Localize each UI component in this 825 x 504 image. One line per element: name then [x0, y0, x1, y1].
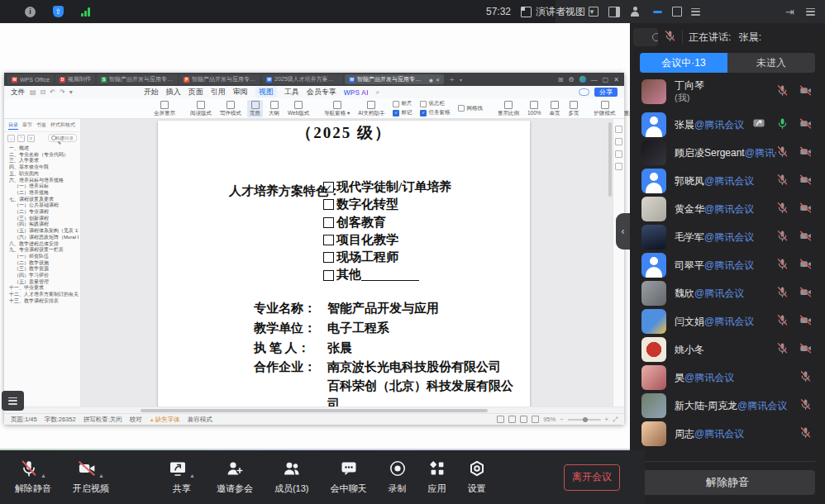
- file-type-icon: W: [12, 77, 17, 83]
- doc-feature-line: 现场工程师: [323, 249, 451, 266]
- mic-muted-icon: [776, 286, 789, 302]
- maximize-panel-icon[interactable]: [672, 0, 682, 23]
- participant-row[interactable]: 昊@腾讯会议: [630, 364, 825, 392]
- unmute-button[interactable]: ▲解除静音: [15, 459, 51, 495]
- participant-row[interactable]: 郭晓凤@腾讯会议: [630, 167, 825, 195]
- outline-item: （三）创新课程: [9, 216, 79, 222]
- settings-button[interactable]: 设置: [468, 459, 486, 495]
- mic-muted-icon: [776, 84, 789, 100]
- system-menu-icon[interactable]: [806, 0, 815, 23]
- nav-tab-目录: 目录: [8, 121, 18, 130]
- apps-button[interactable]: 应用: [428, 459, 446, 495]
- camera-muted-icon: [799, 342, 812, 358]
- panel-menu-icon[interactable]: [691, 0, 700, 23]
- participant-row[interactable]: 顾启凌Sergeant@腾讯会议: [630, 139, 825, 167]
- ribbon-btn-全屏显示: 全屏显示: [151, 100, 178, 117]
- participant-row[interactable]: 毛学军@腾讯会议: [630, 223, 825, 251]
- tab-not-joined[interactable]: 未进入: [727, 53, 815, 73]
- list-icon: ≡: [27, 135, 35, 142]
- participant-list: 丁向琴(我) 张晨@腾讯会议 顾启凌Sergeant@腾讯会议 郭晓凤@腾讯会议…: [630, 73, 825, 449]
- participant-row[interactable]: 新大陆-周克龙@腾讯会议: [630, 392, 825, 420]
- close-tab-icon: ✕: [436, 77, 440, 83]
- network-signal-icon: [81, 0, 90, 23]
- outline-item: 三、入学要求: [9, 158, 79, 164]
- share-button[interactable]: ▲共享: [169, 459, 195, 495]
- participant-name: 司翠平@腾讯会议: [675, 259, 776, 272]
- outline-item: 一、概述: [9, 145, 79, 152]
- document-page: （2025 级） 人才培养方案特色： 现代学徒制/订单培养数字化转型创客教育项目…: [158, 121, 530, 410]
- search-icon: ⌕: [376, 88, 379, 97]
- expand-icon: ⌃: [17, 135, 25, 142]
- participant-row[interactable]: 闫文娟@腾讯会议: [630, 307, 825, 335]
- chat-button[interactable]: 会中聊天: [331, 459, 367, 495]
- participant-row[interactable]: 司翠平@腾讯会议: [630, 251, 825, 279]
- chevron-up-icon[interactable]: ▲: [189, 473, 195, 479]
- find-icon: [615, 150, 622, 158]
- members-topbar-icon[interactable]: [630, 0, 640, 23]
- participant-row[interactable]: 丁向琴(我): [630, 73, 825, 111]
- ribbon-check-标尺: 标尺: [393, 100, 412, 107]
- invite-button[interactable]: 邀请参会: [217, 459, 253, 495]
- drag-handle-icon: [8, 397, 17, 405]
- panel-collapse-handle[interactable]: ‹: [616, 213, 630, 250]
- record-button[interactable]: 录制: [389, 459, 407, 495]
- mic-muted-icon: [776, 258, 789, 273]
- wps-menu-页面: 页面: [188, 87, 203, 97]
- outline-item: （二）专业课程: [9, 209, 79, 216]
- search-input[interactable]: [633, 28, 658, 46]
- camera-muted-icon: [799, 202, 812, 217]
- mic-muted-icon: [776, 174, 789, 189]
- panel-unmute-button[interactable]: 解除静音: [640, 470, 815, 495]
- ribbon-btn-阅读版式: 阅读版式: [188, 100, 214, 117]
- minimize-panel-icon[interactable]: [653, 0, 662, 23]
- chevron-up-icon[interactable]: ▲: [98, 473, 104, 479]
- document-vscrollbar: [608, 122, 612, 197]
- participant-row[interactable]: 姚小冬: [630, 335, 825, 364]
- side-panel-toggle-icon[interactable]: [608, 0, 620, 23]
- chat-icon: [340, 459, 358, 479]
- participant-row[interactable]: 魏欣@腾讯会议: [630, 279, 825, 307]
- outline-item: 十三、教学课程安排表: [9, 298, 79, 305]
- exit-fullscreen-icon[interactable]: ⇥: [785, 0, 794, 23]
- outline-item: 八、教学进程总体安排: [9, 241, 79, 248]
- new-tab-icon: ＋: [448, 74, 455, 85]
- fullscreen-icon[interactable]: [589, 0, 598, 23]
- mic-muted-icon: [776, 145, 789, 161]
- participant-row[interactable]: 黄金华@腾讯会议: [630, 195, 825, 223]
- outline-item: （二）培养规格: [9, 190, 79, 197]
- doc-checkbox: [323, 252, 334, 263]
- doc-checkbox: [323, 270, 334, 281]
- meeting-floating-handle[interactable]: [2, 391, 24, 411]
- video-button[interactable]: ▲开启视频: [73, 459, 109, 495]
- wps-menu-会员专享: 会员专享: [307, 87, 336, 97]
- webmode-icon: [520, 416, 527, 423]
- camera-muted-icon: [799, 174, 812, 189]
- doc-checkbox: [323, 235, 334, 245]
- ribbon-btn-100%: 100%: [525, 100, 544, 117]
- info-icon[interactable]: i: [25, 0, 36, 23]
- avatar: [641, 169, 666, 193]
- view-mode-selector[interactable]: 演讲者视图▼: [521, 0, 595, 23]
- camera-muted-icon: [799, 145, 812, 161]
- participant-name: 黄金华@腾讯会议: [675, 203, 776, 216]
- ribbon-btn-护眼模式: 护眼模式: [592, 100, 618, 117]
- doc-feature-checklist: 现代学徒制/订单培养数字化转型创客教育项目化教学现场工程师其他: [323, 178, 451, 284]
- mic-muted-icon: [776, 230, 789, 245]
- mic-muted-icon: [776, 342, 789, 358]
- outline-item: （一）公共基础课程: [9, 202, 79, 209]
- participant-row[interactable]: 张晨@腾讯会议: [630, 111, 825, 139]
- chevron-up-icon[interactable]: ▲: [41, 473, 46, 479]
- security-shield-icon[interactable]: ⇧: [53, 0, 64, 23]
- member-panel: 正在讲话: 张晨: 会议中·13 未进入 丁向琴(我) 张晨@腾讯会议 顾启凌S…: [630, 23, 825, 504]
- tab-in-meeting[interactable]: 会议中·13: [640, 53, 727, 73]
- mic-muted-icon: [776, 202, 789, 217]
- members-button[interactable]: 成员(13): [274, 459, 309, 495]
- outline-item: （三）教学资源: [9, 266, 79, 273]
- leave-meeting-button[interactable]: 离开会议: [564, 464, 620, 491]
- toolsmode-icon: [532, 416, 539, 423]
- participant-row[interactable]: 周志@腾讯会议: [630, 420, 825, 448]
- avatar: [641, 253, 666, 278]
- participant-name: 张晨@腾讯会议: [675, 119, 752, 131]
- wps-ai-menu: WPS AI: [344, 88, 369, 97]
- avatar: [641, 309, 666, 334]
